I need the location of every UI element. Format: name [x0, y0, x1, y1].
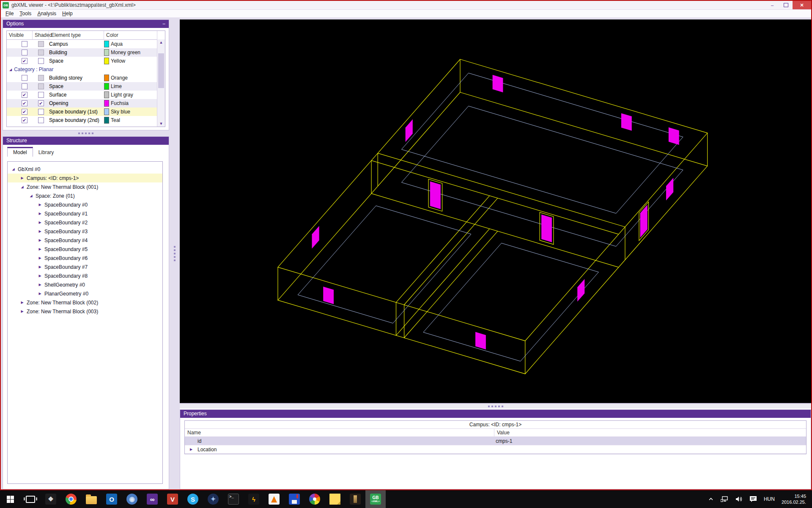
color-cell[interactable]: Light gray: [104, 91, 165, 98]
collapsed-icon[interactable]: ▶: [38, 265, 42, 269]
collapsed-icon[interactable]: ▶: [38, 238, 42, 242]
color-cell[interactable]: Teal: [104, 117, 165, 124]
options-row[interactable]: OpeningFuchsia: [7, 99, 165, 108]
options-structure-splitter[interactable]: [3, 130, 169, 136]
menu-help[interactable]: Help: [59, 10, 76, 17]
color-cell[interactable]: Money green: [104, 49, 165, 56]
globe-app-icon[interactable]: ◉: [122, 490, 142, 508]
shaded-checkbox[interactable]: [38, 58, 44, 64]
visual-studio-icon[interactable]: ∞: [142, 490, 162, 508]
navigator-app-icon[interactable]: ✦: [203, 490, 223, 508]
scroll-down-icon[interactable]: ▼: [157, 121, 165, 127]
tab-library[interactable]: Library: [33, 148, 60, 157]
visible-checkbox[interactable]: [22, 50, 27, 55]
collapsed-icon[interactable]: ▶: [38, 283, 42, 287]
tree-node[interactable]: ▶ShellGeometry #0: [8, 280, 162, 289]
gbxml-viewer-icon[interactable]: GB<XML>: [365, 490, 386, 508]
options-row[interactable]: Space boundary (1st)Sky blue: [7, 108, 165, 116]
options-category-row[interactable]: ◢Category : Planar: [7, 65, 165, 74]
tree-node[interactable]: ▶SpaceBoundary #4: [8, 236, 162, 245]
shaded-checkbox[interactable]: [38, 117, 44, 123]
menu-tools[interactable]: Tools: [16, 10, 34, 17]
tree-node[interactable]: ▶PlanarGeometry #0: [8, 289, 162, 298]
options-row[interactable]: BuildingMoney green: [7, 48, 165, 57]
menu-analysis[interactable]: Analysis: [34, 10, 59, 17]
3d-viewport[interactable]: [180, 19, 811, 403]
color-cell[interactable]: Fuchsia: [104, 100, 165, 107]
options-row[interactable]: SurfaceLight gray: [7, 91, 165, 99]
clock[interactable]: 15:45 2016.02.25.: [782, 493, 806, 505]
shaded-checkbox[interactable]: [38, 109, 44, 115]
color-cell[interactable]: Sky blue: [104, 108, 165, 115]
shaded-checkbox[interactable]: [38, 83, 44, 89]
left-right-splitter[interactable]: [169, 19, 180, 488]
options-row[interactable]: SpaceLime: [7, 82, 165, 91]
tab-model[interactable]: Model: [7, 147, 33, 157]
visible-checkbox[interactable]: [22, 109, 27, 115]
color-swatch-icon[interactable]: [104, 117, 109, 124]
color-swatch-icon[interactable]: [104, 58, 109, 64]
tray-expand-icon[interactable]: [708, 496, 714, 502]
volume-icon[interactable]: [735, 496, 743, 502]
network-icon[interactable]: [721, 496, 728, 502]
color-swatch-icon[interactable]: [104, 83, 109, 90]
unity-icon[interactable]: ❖: [41, 490, 61, 508]
tree-node[interactable]: ▶Campus: <ID: cmps-1>: [8, 174, 162, 182]
close-button[interactable]: ✕: [793, 1, 811, 9]
collapsed-icon[interactable]: ▶: [185, 447, 196, 451]
options-row[interactable]: Space boundary (2nd)Teal: [7, 116, 165, 124]
restore-button[interactable]: [779, 1, 793, 9]
collapsed-icon[interactable]: ▶: [38, 229, 42, 233]
tree-node[interactable]: ◢GbXml #0: [8, 165, 162, 174]
tree-node[interactable]: ▶Zone: New Thermal Block (002): [8, 298, 162, 307]
property-row[interactable]: ▶Location: [185, 445, 806, 454]
collapsed-icon[interactable]: ▶: [20, 176, 25, 180]
notification-chat-icon[interactable]: [749, 496, 757, 502]
menu-file[interactable]: File: [3, 10, 16, 17]
color-swatch-icon[interactable]: [104, 49, 109, 56]
visible-checkbox[interactable]: [22, 58, 27, 64]
vlc-icon[interactable]: [264, 490, 284, 508]
task-view-icon[interactable]: [20, 490, 41, 508]
floppy-app-icon[interactable]: [284, 490, 304, 508]
scrollbar-thumb[interactable]: [158, 53, 164, 88]
color-swatch-icon[interactable]: [104, 108, 109, 115]
scroll-up-icon[interactable]: ▲: [157, 39, 165, 45]
structure-panel-header[interactable]: Structure: [3, 137, 169, 145]
options-row[interactable]: SpaceYellow: [7, 57, 165, 65]
color-swatch-icon[interactable]: [104, 75, 109, 81]
color-cell[interactable]: Yellow: [104, 58, 165, 64]
options-row[interactable]: Building storeyOrange: [7, 74, 165, 82]
collapsed-icon[interactable]: ▶: [20, 309, 25, 313]
paint-app-icon[interactable]: [304, 490, 325, 508]
viewport-properties-splitter[interactable]: [180, 403, 811, 409]
tree-node[interactable]: ▶SpaceBoundary #7: [8, 262, 162, 271]
shaded-checkbox[interactable]: [38, 100, 44, 106]
collapsed-icon[interactable]: ▶: [38, 247, 42, 251]
chrome-icon[interactable]: [61, 490, 81, 508]
tree-node[interactable]: ▶SpaceBoundary #8: [8, 271, 162, 280]
title-bar[interactable]: GB gbXML viewer - <I:\Publik\tesztmappa\…: [1, 1, 811, 10]
shaded-checkbox[interactable]: [38, 75, 44, 81]
collapsed-icon[interactable]: ▶: [38, 292, 42, 295]
collapsed-icon[interactable]: ▶: [20, 301, 25, 304]
collapsed-icon[interactable]: ▶: [38, 274, 42, 278]
winamp-icon[interactable]: ϟ: [244, 490, 264, 508]
options-scrollbar[interactable]: ▲ ▼: [157, 39, 165, 127]
collapse-panel-button[interactable]: –: [162, 20, 165, 28]
color-cell[interactable]: Aqua: [104, 41, 165, 47]
tree-node[interactable]: ▶SpaceBoundary #2: [8, 218, 162, 227]
expanded-icon[interactable]: ◢: [11, 167, 16, 171]
tree-node[interactable]: ▶Zone: New Thermal Block (003): [8, 307, 162, 316]
tree-node[interactable]: ◢Space: Zone (01): [8, 191, 162, 200]
collapsed-icon[interactable]: ▶: [38, 212, 42, 215]
tree-node[interactable]: ▶SpaceBoundary #1: [8, 209, 162, 218]
options-panel-header[interactable]: Options –: [3, 20, 169, 28]
tree-node[interactable]: ▶SpaceBoundary #5: [8, 245, 162, 254]
collapsed-icon[interactable]: ▶: [38, 256, 42, 260]
tree-node[interactable]: ▶SpaceBoundary #6: [8, 254, 162, 262]
visible-checkbox[interactable]: [22, 117, 27, 123]
color-swatch-icon[interactable]: [104, 91, 109, 98]
visible-checkbox[interactable]: [22, 83, 27, 89]
collapsed-icon[interactable]: ▶: [38, 221, 42, 224]
